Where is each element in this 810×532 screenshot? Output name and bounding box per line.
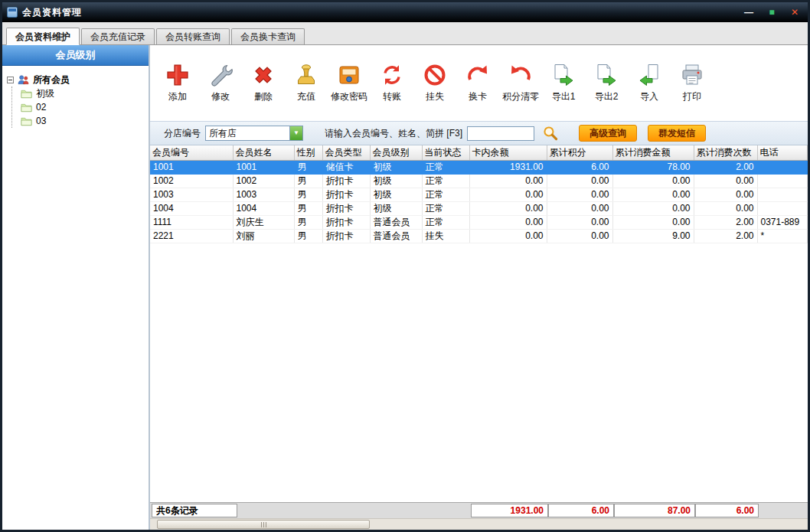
table-cell: 0.00 xyxy=(547,215,612,229)
table-cell: 2221 xyxy=(150,229,233,243)
import-button[interactable]: 导入 xyxy=(628,60,671,106)
tree-item-all-members[interactable]: 所有会员 xyxy=(5,73,145,86)
horizontal-scrollbar[interactable] xyxy=(150,518,808,530)
status-bar: 共6条记录 1931.00 6.00 87.00 6.00 xyxy=(150,502,808,518)
export2-button[interactable]: 导出2 xyxy=(585,60,628,106)
table-cell: 78.00 xyxy=(612,160,694,174)
maximize-button[interactable]: ■ xyxy=(763,6,780,18)
table-cell: 0.00 xyxy=(612,188,694,201)
bulk-sms-button[interactable]: 群发短信 xyxy=(648,125,706,142)
thumb-grip-icon xyxy=(266,522,266,527)
advanced-query-button[interactable]: 高级查询 xyxy=(579,125,637,142)
col-card-balance[interactable]: 卡内余额 xyxy=(469,145,547,160)
table-row[interactable]: 10021002男折扣卡初级正常0.000.000.000.00 xyxy=(150,174,808,188)
table-cell: 挂失 xyxy=(422,229,469,243)
col-member-level[interactable]: 会员级别 xyxy=(370,145,422,160)
stamp-icon xyxy=(294,63,318,87)
thumb-grip-icon xyxy=(261,522,262,527)
table-cell: 1004 xyxy=(150,201,233,215)
branch-select-value: 所有店 xyxy=(206,127,289,140)
no-entry-icon xyxy=(423,63,447,87)
tree-item-level-chuji[interactable]: 初级 xyxy=(20,86,145,100)
tree-item-level-02[interactable]: 02 xyxy=(20,100,145,114)
table-cell xyxy=(757,174,808,188)
table-cell: 0.00 xyxy=(612,201,694,215)
dropdown-arrow-icon[interactable]: ▼ xyxy=(289,126,302,140)
content-area: 添加 修改 删除 xyxy=(150,45,808,530)
recharge-button[interactable]: 充值 xyxy=(285,60,328,106)
table-row[interactable]: 1111刘庆生男折扣卡普通会员正常0.000.000.002.000371-88… xyxy=(150,215,808,229)
close-button[interactable]: ✕ xyxy=(786,6,803,18)
reset-arrow-icon xyxy=(508,63,533,87)
search-icon[interactable] xyxy=(542,125,559,142)
table-cell: 2.00 xyxy=(694,215,757,229)
transfer-button[interactable]: 转账 xyxy=(371,60,413,106)
tab-transfer-query[interactable]: 会员转账查询 xyxy=(156,28,230,44)
table-cell: 折扣卡 xyxy=(322,174,370,188)
table-cell: 正常 xyxy=(422,160,469,174)
col-total-consume-amount[interactable]: 累计消费金额 xyxy=(612,145,694,160)
export1-button-label: 导出1 xyxy=(552,90,576,103)
table-cell: 1002 xyxy=(233,174,294,188)
table-cell: 1111 xyxy=(150,215,233,229)
table-cell: 2.00 xyxy=(694,160,757,174)
table-cell xyxy=(757,160,808,174)
member-level-tree: 所有会员 初级 xyxy=(2,66,149,530)
tree-item-level-03[interactable]: 03 xyxy=(20,114,145,128)
table-cell: 正常 xyxy=(422,201,469,215)
report-loss-button[interactable]: 挂失 xyxy=(413,60,456,106)
col-total-consume-count[interactable]: 累计消费次数 xyxy=(694,145,757,160)
member-table: 会员编号 会员姓名 性别 会员类型 会员级别 当前状态 卡内余额 累计积分 累计… xyxy=(150,145,808,243)
search-hint-label: 请输入会员编号、姓名、简拼 [F3] xyxy=(325,127,462,140)
table-cell: 初级 xyxy=(370,201,422,215)
tab-member-maintain[interactable]: 会员资料维护 xyxy=(6,28,80,45)
branch-select[interactable]: 所有店 ▼ xyxy=(205,126,303,141)
table-cell: 正常 xyxy=(422,215,469,229)
table-cell xyxy=(757,201,808,215)
change-card-button[interactable]: 换卡 xyxy=(456,60,499,106)
scrollbar-thumb[interactable] xyxy=(157,520,370,529)
tree-collapse-icon[interactable] xyxy=(7,77,14,83)
col-status[interactable]: 当前状态 xyxy=(422,145,469,160)
table-cell: 折扣卡 xyxy=(322,215,370,229)
col-card-type[interactable]: 会员类型 xyxy=(322,145,370,160)
export-page-icon xyxy=(551,63,576,87)
table-cell: 0.00 xyxy=(469,188,547,201)
table-cell: 0.00 xyxy=(612,215,694,229)
tab-card-change-query[interactable]: 会员换卡查询 xyxy=(231,28,305,44)
delete-button-label: 删除 xyxy=(254,90,273,103)
edit-button[interactable]: 修改 xyxy=(199,60,242,106)
table-cell: 普通会员 xyxy=(370,215,422,229)
table-cell: 0.00 xyxy=(547,188,612,201)
table-cell: 折扣卡 xyxy=(322,188,370,201)
col-total-points[interactable]: 累计积分 xyxy=(547,145,612,160)
tab-recharge-records[interactable]: 会员充值记录 xyxy=(81,28,155,44)
col-gender[interactable]: 性别 xyxy=(294,145,322,160)
table-cell: 0.00 xyxy=(469,215,547,229)
table-cell: 0.00 xyxy=(547,174,612,188)
delete-button[interactable]: 删除 xyxy=(242,60,285,106)
table-cell: 正常 xyxy=(422,188,469,201)
table-row[interactable]: 10031003男折扣卡初级正常0.000.000.000.00 xyxy=(150,188,808,201)
table-row[interactable]: 10041004男折扣卡初级正常0.000.000.000.00 xyxy=(150,201,808,215)
app-icon xyxy=(7,7,18,18)
col-member-name[interactable]: 会员姓名 xyxy=(233,145,294,160)
col-phone[interactable]: 电话 xyxy=(757,145,808,160)
change-password-button[interactable]: 修改密码 xyxy=(328,60,371,106)
clear-points-button[interactable]: 积分清零 xyxy=(499,60,542,106)
folder-icon xyxy=(20,88,33,100)
print-button[interactable]: 打印 xyxy=(671,60,714,106)
table-cell: 男 xyxy=(294,201,322,215)
export1-button[interactable]: 导出1 xyxy=(542,60,585,106)
table-cell: 1003 xyxy=(233,188,294,201)
table-row[interactable]: 10011001男储值卡初级正常1931.006.0078.002.00 xyxy=(150,160,808,174)
add-button[interactable]: 添加 xyxy=(156,60,199,106)
search-input[interactable] xyxy=(467,126,534,141)
thumb-grip-icon xyxy=(263,522,264,527)
record-count-box: 共6条记录 xyxy=(152,504,237,517)
col-member-id[interactable]: 会员编号 xyxy=(150,145,233,160)
table-cell: 9.00 xyxy=(612,229,694,243)
table-row[interactable]: 2221刘丽男折扣卡普通会员挂失0.000.009.002.00* xyxy=(150,229,808,243)
minimize-button[interactable]: — xyxy=(740,6,757,18)
edit-button-label: 修改 xyxy=(211,90,230,103)
